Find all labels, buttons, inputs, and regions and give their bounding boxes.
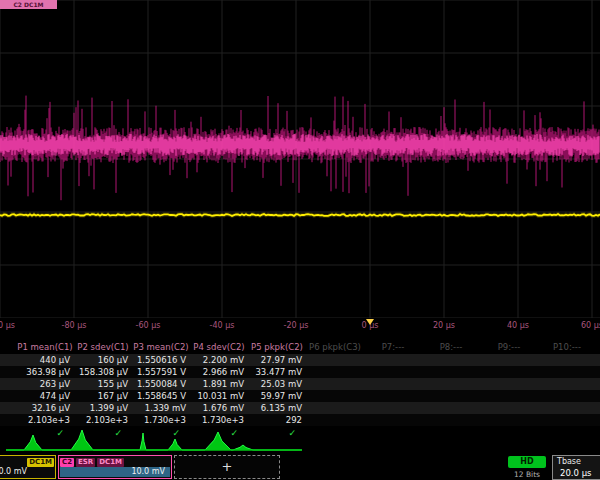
measure-header-cell[interactable]: P5 pkpk(C2) xyxy=(248,341,306,353)
time-tick: 60 µs xyxy=(581,321,600,330)
measure-value-cell: 1.557591 V xyxy=(132,366,186,378)
measure-header-cell[interactable]: P9:--- xyxy=(480,341,538,353)
measure-value-cell: 1.558645 V xyxy=(132,390,186,402)
c2-eres-badge: ESR xyxy=(76,458,95,467)
measure-value-cell: 1.399 µV xyxy=(74,402,128,414)
measure-value-cell: 1.730e+3 xyxy=(190,414,244,426)
measure-header-cell[interactable]: P7:--- xyxy=(364,341,422,353)
trace-label-badge[interactable]: C2 DC1M xyxy=(0,0,57,9)
measure-value-cell: 440 µV xyxy=(16,354,70,366)
descriptor-bar: DC1M 10.0 mV C2 ESR DC1M 10.0 mV + HD 12… xyxy=(0,455,600,480)
c1-descriptor-box[interactable]: DC1M 10.0 mV xyxy=(0,455,56,479)
measure-header-cell[interactable]: P1 mean(C1) xyxy=(16,341,74,353)
measure-value-cell: 167 µV xyxy=(74,390,128,402)
measure-value-cell: 2.200 mV xyxy=(190,354,244,366)
measure-header-cell[interactable]: P3 mean(C2) xyxy=(132,341,190,353)
time-tick: -80 µs xyxy=(62,321,87,330)
measure-value-cell: 263 µV xyxy=(16,378,70,390)
waveform-grid xyxy=(0,0,600,318)
time-axis: -100 µs-80 µs-60 µs-40 µs-20 µs0 µs20 µs… xyxy=(0,318,600,334)
measure-value-cell: 32.16 µV xyxy=(16,402,70,414)
grid-svg xyxy=(0,0,600,318)
measure-value-cell: 474 µV xyxy=(16,390,70,402)
time-tick: -100 µs xyxy=(0,321,15,330)
time-tick: -60 µs xyxy=(136,321,161,330)
histicon-svg xyxy=(0,430,600,454)
add-trace-button[interactable]: + xyxy=(174,455,280,479)
hd-badge: HD xyxy=(508,456,546,468)
measure-value-cell: 33.477 mV xyxy=(248,366,302,378)
time-tick: -40 µs xyxy=(210,321,235,330)
c1-coupling-badge: DC1M xyxy=(27,458,54,467)
measure-value-cell: 59.97 mV xyxy=(248,390,302,402)
measure-value-cell: 292 xyxy=(248,414,302,426)
c2-descriptor-box[interactable]: C2 ESR DC1M 10.0 mV xyxy=(58,455,172,479)
measure-value-cell: 158.308 µV xyxy=(74,366,128,378)
time-tick: 20 µs xyxy=(433,321,455,330)
measure-value-cell: 10.031 mV xyxy=(190,390,244,402)
measure-header-cell[interactable]: P4 sdev(C2) xyxy=(190,341,248,353)
measure-value-cell: 363.98 µV xyxy=(16,366,70,378)
oscilloscope-screen: C2 DC1M -100 µs-80 µs-60 µs-40 µs-20 µs0… xyxy=(0,0,600,480)
measure-value-cell: 1.550084 V xyxy=(132,378,186,390)
measure-value-cell: 1.676 mV xyxy=(190,402,244,414)
measure-header-cell[interactable]: P10:--- xyxy=(538,341,596,353)
measure-value-cell: 2.966 mV xyxy=(190,366,244,378)
timebase-value: 20.0 µs xyxy=(560,468,591,478)
histicon-strip xyxy=(0,430,600,454)
c2-coupling-badge: DC1M xyxy=(97,458,124,467)
measure-value-cell: 2.103e+3 xyxy=(74,414,128,426)
c2-scale-value: 10.0 mV xyxy=(60,467,170,477)
measure-header-cell[interactable]: P8:--- xyxy=(422,341,480,353)
measure-table: P1 mean(C1)P2 sdev(C1)P3 mean(C2)P4 sdev… xyxy=(0,341,600,435)
measure-value-cell: 2.103e+3 xyxy=(16,414,70,426)
measure-header-cell[interactable]: P2 sdev(C1) xyxy=(74,341,132,353)
measure-value-cell: 1.339 mV xyxy=(132,402,186,414)
c1-scale-value: 10.0 mV xyxy=(0,467,27,477)
plus-icon: + xyxy=(222,459,233,474)
measure-value-cell: 25.03 mV xyxy=(248,378,302,390)
time-tick: -20 µs xyxy=(284,321,309,330)
adc-bits-label: 12 Bits xyxy=(504,470,550,479)
measure-value-cell: 1.891 mV xyxy=(190,378,244,390)
measure-header-cell[interactable]: P6 pkpk(C3) xyxy=(306,341,364,353)
trigger-position-marker[interactable] xyxy=(366,319,374,325)
measure-value-cell: 155 µV xyxy=(74,378,128,390)
timebase-box[interactable]: Tbase 20.0 µs xyxy=(552,455,600,480)
time-tick: 40 µs xyxy=(507,321,529,330)
measure-value-cell: 6.135 mV xyxy=(248,402,302,414)
c2-channel-badge: C2 xyxy=(60,458,74,467)
timebase-label: Tbase xyxy=(557,457,581,466)
measure-value-cell: 160 µV xyxy=(74,354,128,366)
measure-value-cell: 1.730e+3 xyxy=(132,414,186,426)
measure-value-cell: 1.550616 V xyxy=(132,354,186,366)
measure-value-cell: 27.97 mV xyxy=(248,354,302,366)
